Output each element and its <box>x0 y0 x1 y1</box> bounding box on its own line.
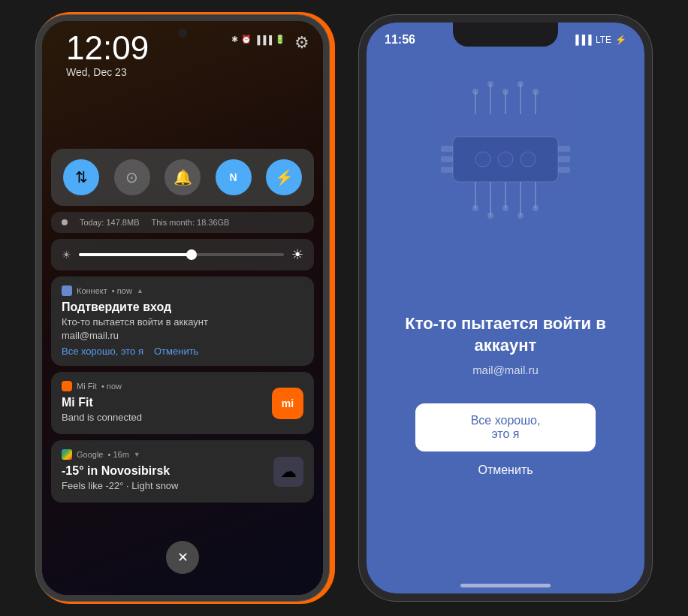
brightness-bar[interactable]: ☀ ☀ <box>51 239 314 270</box>
connect-app-icon <box>62 285 72 296</box>
iphone-status-icons: ▐▐▐ LTE ⚡ <box>572 35 626 45</box>
svg-rect-11 <box>441 146 453 152</box>
connect-cancel-button[interactable]: Отменить <box>154 346 198 357</box>
connect-notif-title: Подтвердите вход <box>62 300 303 314</box>
connect-notif-body: Кто-то пытается войти в аккаунт <box>62 316 303 328</box>
google-chevron-icon: ▼ <box>134 451 140 458</box>
connect-app-name: Коннект <box>77 286 107 295</box>
google-notif-content: Google • 16m ▼ -15° in Novosibirsk Feels… <box>62 449 179 494</box>
alarm-status-icon: ⏰ <box>241 35 252 44</box>
iphone-main-content: Кто-то пытается войти в аккаунт mail@mai… <box>367 242 644 593</box>
brightness-low-icon: ☀ <box>62 249 71 261</box>
mifit-notification-card[interactable]: Mi Fit • now Mi Fit Band is connected mi <box>51 372 314 434</box>
iphone-home-indicator[interactable] <box>460 584 551 587</box>
svg-point-18 <box>498 152 513 167</box>
svg-point-5 <box>472 89 478 95</box>
svg-rect-16 <box>558 167 570 173</box>
data-dot-icon <box>62 219 68 225</box>
iphone-confirm-button[interactable]: Все хорошо, это я <box>415 403 596 451</box>
camera-notch <box>178 29 187 38</box>
android-time: 12:09 <box>66 32 149 65</box>
data-today-label: Today: 147.8MB <box>80 218 140 227</box>
brightness-fill <box>79 253 192 256</box>
circuit-illustration <box>408 77 603 242</box>
quick-toggles-panel: ⇅ ⊙ 🔔 N ⚡ <box>51 149 314 206</box>
battery-icon: ⚡ <box>615 35 626 45</box>
svg-point-8 <box>518 81 524 87</box>
svg-point-17 <box>475 152 490 167</box>
mifit-notif-content: Mi Fit • now Mi Fit Band is connected <box>62 381 142 425</box>
brightness-thumb <box>186 249 197 260</box>
iphone-main-title: Кто-то пытается войти в аккаунт <box>389 313 622 356</box>
iphone-notch <box>453 23 558 47</box>
battery-status-icon: 🔋 <box>275 35 285 44</box>
iphone-phone: 11:56 ▐▐▐ LTE ⚡ <box>359 15 652 601</box>
iphone-screen: 11:56 ▐▐▐ LTE ⚡ <box>367 23 644 593</box>
android-phone: 12:09 Wed, Dec 23 ⚙ ✱ ⏰ ▐▐▐ 🔋 ⇅ ⊙ 🔔 N ⚡ <box>36 15 329 601</box>
lte-label: LTE <box>596 35 611 45</box>
svg-point-26 <box>487 213 493 219</box>
svg-point-6 <box>487 81 493 87</box>
connect-notification-card[interactable]: Коннект • now ▲ Подтвердите вход Кто-то … <box>51 276 314 366</box>
bluetooth-toggle-button[interactable]: ⚡ <box>266 159 302 195</box>
svg-rect-14 <box>558 146 570 152</box>
svg-point-29 <box>533 205 539 211</box>
svg-point-9 <box>533 89 539 95</box>
gear-icon[interactable]: ⚙ <box>294 33 309 53</box>
svg-point-7 <box>502 89 508 95</box>
brightness-track <box>79 253 284 256</box>
svg-point-28 <box>518 213 524 219</box>
connect-notif-header: Коннект • now ▲ <box>62 285 303 296</box>
data-usage-bar: Today: 147.8MB This month: 18.36GB <box>51 212 314 233</box>
connect-notif-email: mail@mail.ru <box>62 330 303 341</box>
svg-point-27 <box>502 205 508 211</box>
bluetooth-status-icon: ✱ <box>231 35 238 44</box>
wifi-toggle-button[interactable]: ⊙ <box>114 159 150 195</box>
connect-confirm-button[interactable]: Все хорошо, это я <box>62 346 143 357</box>
data-month-label: This month: 18.36GB <box>152 218 230 227</box>
close-notifications-button[interactable]: ✕ <box>166 541 199 574</box>
google-app-icon <box>62 449 72 460</box>
mifit-notif-title: Mi Fit <box>62 396 142 409</box>
mifit-notif-body: Band is connected <box>62 412 142 423</box>
google-notification-card[interactable]: Google • 16m ▼ -15° in Novosibirsk Feels… <box>51 440 314 503</box>
nfc-toggle-button[interactable]: N <box>216 159 252 195</box>
svg-rect-15 <box>558 156 570 162</box>
svg-rect-12 <box>441 156 453 162</box>
status-icons-row: ✱ ⏰ ▐▐▐ 🔋 <box>231 35 285 44</box>
connect-time: • now <box>112 286 132 295</box>
mifit-logo-icon: mi <box>272 388 303 419</box>
brightness-high-icon: ☀ <box>291 246 303 263</box>
google-notif-header: Google • 16m ▼ <box>62 449 179 460</box>
notification-toggle-button[interactable]: 🔔 <box>164 159 201 195</box>
close-icon: ✕ <box>177 549 189 566</box>
signal-bars-icon: ▐▐▐ <box>572 35 592 45</box>
google-time: • 16m <box>107 450 128 459</box>
mifit-app-name: Mi Fit <box>77 382 97 391</box>
signal-status-icon: ▐▐▐ <box>255 35 272 44</box>
mifit-app-icon <box>62 381 72 391</box>
mifit-time: • now <box>101 382 122 391</box>
svg-point-19 <box>521 152 536 167</box>
weather-cloud-icon: ☁ <box>273 457 303 487</box>
connect-chevron-icon: ▲ <box>137 287 143 294</box>
connect-notif-actions: Все хорошо, это я Отменить <box>62 346 303 357</box>
android-date: Wed, Dec 23 <box>66 66 149 78</box>
notification-panel: 12:09 Wed, Dec 23 ⚙ ✱ ⏰ ▐▐▐ 🔋 ⇅ ⊙ 🔔 N ⚡ <box>42 21 323 595</box>
iphone-cancel-button[interactable]: Отменить <box>478 464 533 477</box>
iphone-email-label: mail@mail.ru <box>472 364 539 376</box>
data-toggle-button[interactable]: ⇅ <box>63 159 99 195</box>
google-weather-body: Feels like -22° · Light snow <box>62 480 179 491</box>
svg-rect-13 <box>441 167 453 173</box>
google-app-name: Google <box>77 450 103 459</box>
iphone-time: 11:56 <box>385 33 415 47</box>
google-weather-title: -15° in Novosibirsk <box>62 464 179 478</box>
mifit-notif-header: Mi Fit • now <box>62 381 142 391</box>
svg-point-25 <box>472 205 478 211</box>
